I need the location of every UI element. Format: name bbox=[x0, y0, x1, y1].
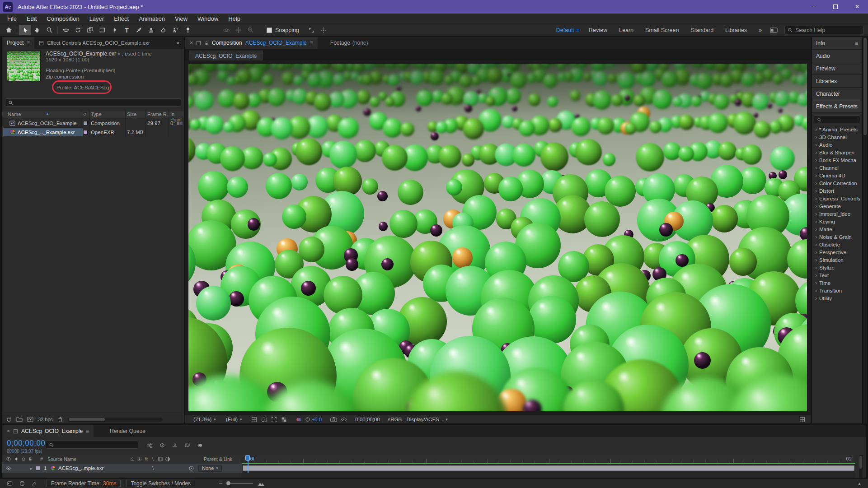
workspace-default[interactable]: Default bbox=[550, 27, 576, 33]
timeline-search-input[interactable] bbox=[46, 441, 138, 449]
effects-category[interactable]: › Obsolete bbox=[812, 241, 862, 248]
resolution-dropdown[interactable]: (Full)▾ bbox=[226, 417, 242, 422]
rotation-tool-icon[interactable] bbox=[72, 25, 84, 35]
menu-item[interactable]: Help bbox=[223, 15, 245, 22]
shape-tool-icon[interactable] bbox=[96, 25, 108, 35]
effects-category[interactable]: › Immersi_ideo bbox=[812, 210, 862, 218]
current-timecode[interactable]: 0;00;00;00 bbox=[7, 439, 45, 448]
magnification-dropdown[interactable]: (71.3%)▾ bbox=[193, 417, 216, 422]
menu-item[interactable]: Edit bbox=[22, 15, 42, 22]
panel-audio[interactable]: Audio bbox=[812, 50, 862, 62]
effects-category[interactable]: › Express_Controls bbox=[812, 195, 862, 202]
close-button[interactable]: × bbox=[846, 0, 868, 14]
tab-render-queue[interactable]: Render Queue bbox=[105, 425, 150, 437]
panel-libraries[interactable]: Libraries bbox=[812, 75, 862, 88]
timeline-ruler[interactable]: :00f 01f bbox=[242, 455, 855, 463]
parent-pickwhip-icon[interactable] bbox=[188, 465, 194, 471]
panel-menu-icon[interactable]: ≡ bbox=[310, 40, 313, 46]
layer-duration-bar[interactable] bbox=[243, 465, 854, 471]
project-row-footage-selected[interactable]: ACEScg_.._Example.exr OpenEXR 7.2 MB bbox=[2, 128, 184, 136]
column-frame-rate[interactable]: Frame R... bbox=[147, 112, 171, 117]
edit-status-icon[interactable] bbox=[28, 479, 40, 488]
toggle-viewer-layout-icon[interactable] bbox=[797, 414, 807, 425]
panel-info[interactable]: Info ≡ bbox=[812, 37, 862, 50]
type-tool-icon[interactable]: T bbox=[121, 25, 133, 35]
transparency-grid-icon[interactable] bbox=[279, 414, 289, 425]
toggle-mask-visibility-icon[interactable] bbox=[259, 414, 269, 425]
reset-exposure-icon[interactable] bbox=[304, 414, 312, 425]
selection-tool-icon[interactable] bbox=[19, 25, 31, 35]
effects-category[interactable]: › 3D Channel bbox=[812, 133, 862, 141]
effects-category[interactable]: › Channel bbox=[812, 164, 862, 172]
menu-item[interactable]: Animation bbox=[134, 15, 170, 22]
new-folder-icon[interactable] bbox=[16, 417, 23, 422]
exposure-value[interactable]: +0.0 bbox=[312, 417, 322, 422]
label-color-chip[interactable] bbox=[83, 130, 88, 135]
effects-category[interactable]: › Audio bbox=[812, 141, 862, 149]
effects-category[interactable]: › Matte bbox=[812, 225, 862, 233]
parent-dropdown[interactable]: None ▾ bbox=[198, 465, 222, 472]
effects-category[interactable]: › Generate bbox=[812, 202, 862, 210]
tab-timeline[interactable]: × ACEScg_OCIO_Example ≡ bbox=[2, 425, 94, 437]
menu-item[interactable]: Composition bbox=[42, 15, 84, 22]
effects-category[interactable]: › Simulation bbox=[812, 256, 862, 264]
close-tab-icon[interactable]: × bbox=[190, 40, 193, 46]
workspace-learn[interactable]: Learn bbox=[613, 27, 639, 33]
column-type[interactable]: Type bbox=[91, 112, 102, 117]
snap-to-features-icon[interactable] bbox=[318, 25, 330, 35]
panel-menu-icon[interactable]: ≡ bbox=[27, 40, 30, 46]
zoom-tool-icon[interactable] bbox=[43, 25, 56, 35]
workspace-overflow[interactable]: » bbox=[753, 27, 768, 33]
column-source-name[interactable]: Source Name bbox=[47, 456, 76, 462]
effects-category[interactable]: › Stylize bbox=[812, 264, 862, 271]
home-icon[interactable] bbox=[3, 25, 15, 35]
footage-name[interactable]: ACEScg_OCIO_Example.exr bbox=[46, 51, 116, 57]
effects-category[interactable]: › Transition bbox=[812, 287, 862, 294]
panel-preview[interactable]: Preview bbox=[812, 62, 862, 75]
choose-grid-guides-icon[interactable] bbox=[249, 414, 259, 425]
menu-item[interactable]: File bbox=[2, 15, 22, 22]
workspace-menu-icon[interactable]: ≡ bbox=[576, 27, 579, 33]
effects-category[interactable]: › Distort bbox=[812, 187, 862, 195]
minimize-button[interactable] bbox=[803, 0, 825, 14]
current-time-indicator[interactable] bbox=[245, 455, 251, 473]
snapping-checkbox[interactable] bbox=[267, 28, 272, 33]
tab-project[interactable]: Project ≡ bbox=[2, 37, 34, 49]
tab-footage[interactable]: Footage (none) bbox=[326, 37, 373, 49]
effects-category[interactable]: › Boris FX Mocha bbox=[812, 156, 862, 164]
workspace-standard[interactable]: Standard bbox=[685, 27, 719, 33]
timeline-zoom-slider[interactable] bbox=[227, 483, 253, 484]
layer-label-chip[interactable] bbox=[36, 466, 40, 470]
hide-shy-layers-icon[interactable] bbox=[169, 440, 181, 451]
workspace-libraries[interactable]: Libraries bbox=[719, 27, 753, 33]
cache-indicator-icon[interactable] bbox=[16, 479, 28, 488]
draft-3d-icon[interactable] bbox=[156, 440, 168, 451]
project-row-composition[interactable]: ACEScg_OCIO_Example Composition 29.97 0; bbox=[2, 119, 184, 127]
scrollbar-thumb[interactable] bbox=[859, 456, 862, 469]
collapse-panel-icon[interactable]: ▲ bbox=[857, 481, 862, 486]
column-size[interactable]: Size bbox=[127, 112, 136, 117]
workspace-small-screen[interactable]: Small Screen bbox=[639, 27, 685, 33]
panel-menu-icon[interactable]: ≡ bbox=[86, 428, 89, 434]
effects-category[interactable]: › Keying bbox=[812, 218, 862, 225]
panel-overflow[interactable]: » bbox=[172, 37, 184, 49]
panel-character[interactable]: Character bbox=[812, 88, 862, 100]
motion-blur-icon[interactable] bbox=[194, 440, 206, 451]
pen-tool-icon[interactable] bbox=[108, 25, 121, 35]
menu-item[interactable]: Window bbox=[192, 15, 223, 22]
panel-menu-icon[interactable]: ≡ bbox=[855, 40, 858, 46]
tab-effect-controls[interactable]: Effect Controls ACEScg_OCIO_Example.exr bbox=[34, 37, 154, 49]
project-search-input[interactable] bbox=[5, 98, 181, 107]
label-color-chip[interactable] bbox=[83, 121, 88, 125]
zoom-in-timeline-icon[interactable] bbox=[258, 481, 265, 486]
viewer-timecode[interactable]: 0;00;00;00 bbox=[355, 417, 380, 422]
hand-tool-icon[interactable] bbox=[31, 25, 43, 35]
effects-category[interactable]: › Utility bbox=[812, 294, 862, 302]
viewer-tab[interactable]: ACEScg_OCIO_Example bbox=[189, 51, 263, 60]
snapping-label[interactable]: Snapping bbox=[275, 27, 299, 33]
orbit-camera-tool-icon[interactable] bbox=[60, 25, 72, 35]
panel-effects-presets[interactable]: Effects & Presets bbox=[812, 100, 862, 113]
effects-category[interactable]: › Color Correction bbox=[812, 179, 862, 187]
frame-blend-icon[interactable] bbox=[181, 440, 193, 451]
new-composition-icon[interactable] bbox=[27, 417, 33, 422]
